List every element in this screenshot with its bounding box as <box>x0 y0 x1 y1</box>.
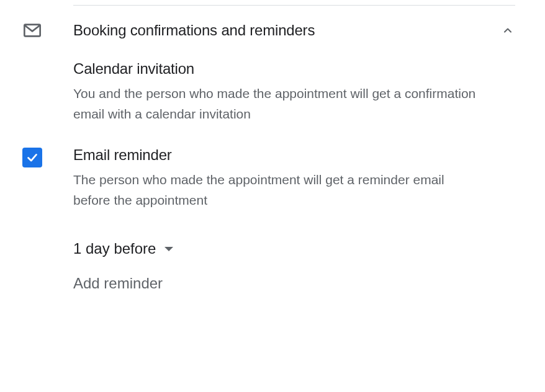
checkmark-icon <box>25 151 39 164</box>
email-reminder-item: Email reminder The person who made the a… <box>73 146 515 210</box>
email-reminder-title: Email reminder <box>73 146 515 164</box>
email-reminder-description: The person who made the appointment will… <box>73 170 483 210</box>
booking-section: Booking confirmations and reminders Cale… <box>0 6 545 307</box>
calendar-invitation-title: Calendar invitation <box>73 60 515 78</box>
calendar-invitation-description: You and the person who made the appointm… <box>73 84 483 124</box>
calendar-invitation-item: Calendar invitation You and the person w… <box>73 60 515 124</box>
email-reminder-checkbox[interactable] <box>22 148 42 167</box>
mail-icon <box>22 20 42 40</box>
reminder-time-dropdown[interactable]: 1 day before <box>73 240 173 257</box>
reminder-time-value: 1 day before <box>73 240 156 257</box>
booking-settings-container: Booking confirmations and reminders Cale… <box>0 5 545 307</box>
section-header[interactable]: Booking confirmations and reminders <box>22 20 515 40</box>
add-reminder-button[interactable]: Add reminder <box>73 275 163 292</box>
section-title: Booking confirmations and reminders <box>73 22 500 39</box>
dropdown-arrow-icon <box>164 247 173 251</box>
chevron-up-icon[interactable] <box>500 23 515 38</box>
section-content: Calendar invitation You and the person w… <box>73 40 515 292</box>
